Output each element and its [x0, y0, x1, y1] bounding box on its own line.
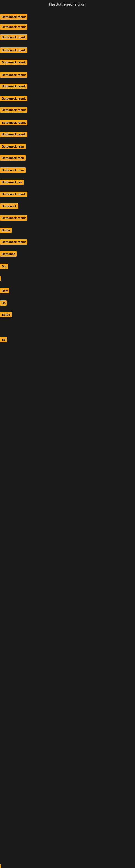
bottleneck-badge-4: Bottleneck result — [0, 48, 27, 53]
bottleneck-badge-6: Bottleneck result — [0, 72, 27, 78]
bottleneck-badge-29 — [0, 865, 1, 868]
bottleneck-badge-14: Bottleneck resu — [0, 167, 26, 173]
bottleneck-badge-23 — [0, 276, 1, 281]
site-title: TheBottlenecker.com — [0, 0, 135, 9]
bottleneck-badge-18: Bottleneck result — [0, 215, 27, 220]
bottleneck-badge-28: Bo — [0, 337, 7, 342]
bottleneck-badge-15: Bottleneck res — [0, 180, 24, 185]
bottleneck-badge-11: Bottleneck result — [0, 131, 27, 137]
bottleneck-badge-22: Bot — [0, 264, 8, 269]
bottleneck-badge-13: Bottleneck resu — [0, 155, 26, 161]
bottleneck-badge-9: Bottleneck result — [0, 107, 27, 113]
bottleneck-badge-12: Bottleneck resu — [0, 144, 26, 149]
bottleneck-badge-10: Bottleneck result — [0, 120, 27, 125]
bottleneck-badge-16: Bottleneck result — [0, 191, 27, 197]
bottleneck-badge-3: Bottleneck result — [0, 34, 27, 40]
bottleneck-badge-1: Bottleneck result — [0, 14, 27, 20]
bottleneck-badge-25: Bo — [0, 300, 7, 306]
bottleneck-badge-8: Bottleneck result — [0, 96, 27, 101]
bottleneck-badge-2: Bottleneck result — [0, 24, 27, 30]
bottleneck-badge-26: Bottle — [0, 312, 12, 317]
bottleneck-badge-24: Bott — [0, 288, 9, 293]
bottleneck-badge-5: Bottleneck result — [0, 60, 27, 65]
bottleneck-badge-21: Bottlenec — [0, 251, 17, 257]
bottleneck-badge-17: Bottleneck — [0, 204, 18, 209]
bottleneck-badge-19: Bottle — [0, 227, 12, 233]
bottleneck-badge-20: Bottleneck result — [0, 239, 27, 245]
bottleneck-badge-7: Bottleneck result — [0, 84, 27, 89]
